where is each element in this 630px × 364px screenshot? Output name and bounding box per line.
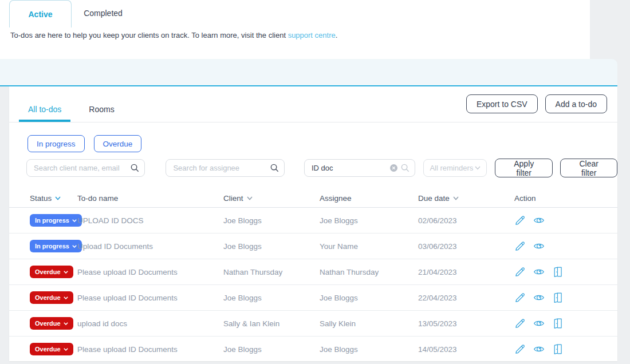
- todo-table: Status To-do name Client Assignee Due da…: [9, 189, 617, 361]
- status-filter-chips: In progress Overdue: [27, 135, 617, 152]
- action-cell: [514, 318, 617, 329]
- action-cell: [514, 343, 617, 355]
- chevron-down-icon: [72, 245, 77, 248]
- todo-name-cell: Please upload ID Documents: [77, 294, 223, 302]
- search-icon: [270, 163, 279, 173]
- subtitle-text: To-dos are here to help you keep your cl…: [10, 31, 288, 39]
- chevron-down-icon: [64, 296, 68, 299]
- edit-icon[interactable]: [514, 215, 526, 226]
- clear-filter-button[interactable]: Clear filter: [560, 159, 617, 177]
- todo-name-cell: Upload ID Documents: [77, 242, 223, 251]
- assignee-cell: Joe Bloggs: [320, 216, 418, 225]
- table-row: Overdue Please upload ID Documents Joe B…: [9, 285, 617, 311]
- todo-name-cell: Please upload ID Documents: [77, 268, 223, 276]
- room-icon[interactable]: [552, 292, 564, 303]
- room-icon[interactable]: [552, 266, 564, 278]
- client-cell: Joe Bloggs: [223, 216, 320, 225]
- action-cell: [514, 292, 617, 303]
- view-icon[interactable]: [533, 215, 545, 226]
- chevron-down-icon: [72, 219, 77, 222]
- overdue-chip[interactable]: Overdue: [94, 135, 142, 152]
- assignee-cell: Joe Bloggs: [320, 345, 418, 354]
- status-badge[interactable]: In progress: [30, 240, 82, 252]
- tab-completed[interactable]: Completed: [72, 0, 135, 26]
- edit-icon[interactable]: [514, 266, 526, 278]
- status-badge[interactable]: Overdue: [30, 317, 73, 330]
- sort-chevron-icon[interactable]: [453, 196, 459, 200]
- client-cell: Joe Bloggs: [223, 345, 320, 354]
- status-badge[interactable]: Overdue: [30, 266, 73, 278]
- column-header-due-date[interactable]: Due date: [418, 194, 514, 203]
- assignee-cell: Joe Bloggs: [320, 294, 418, 302]
- assignee-cell: Your Name: [320, 242, 418, 251]
- sort-chevron-icon[interactable]: [55, 196, 61, 200]
- todo-name-search-input[interactable]: [304, 159, 416, 177]
- view-icon[interactable]: [533, 240, 545, 252]
- tab-active[interactable]: Active: [9, 0, 72, 27]
- export-csv-button[interactable]: Export to CSV: [466, 94, 538, 113]
- edit-icon[interactable]: [514, 292, 526, 303]
- assignee-cell: Nathan Thursday: [320, 268, 418, 276]
- view-icon[interactable]: [533, 318, 545, 329]
- subtitle-period: .: [336, 31, 338, 39]
- client-cell: Sally & Ian Klein: [223, 319, 320, 328]
- in-progress-chip[interactable]: In progress: [27, 135, 85, 152]
- search-icon: [130, 163, 140, 173]
- table-row: In progress UPLOAD ID DOCS Joe Bloggs Jo…: [9, 208, 617, 234]
- tab-rooms[interactable]: Rooms: [80, 105, 123, 122]
- add-todo-button[interactable]: Add a to-do: [545, 94, 607, 113]
- status-badge[interactable]: Overdue: [30, 291, 73, 304]
- page-subtitle: To-dos are here to help you keep your cl…: [10, 31, 337, 39]
- status-badge[interactable]: In progress: [30, 214, 82, 227]
- edit-icon[interactable]: [514, 240, 526, 252]
- view-icon[interactable]: [533, 266, 545, 278]
- todo-name-cell: upload id docs: [77, 319, 223, 328]
- clear-icon[interactable]: [390, 164, 397, 172]
- support-centre-link[interactable]: support centre: [288, 31, 336, 39]
- edit-icon[interactable]: [514, 343, 526, 355]
- status-cell: Overdue: [30, 317, 77, 330]
- apply-filter-button[interactable]: Apply filter: [495, 159, 553, 177]
- action-cell: [514, 240, 617, 252]
- todo-name-cell: Please upload ID Documents: [77, 345, 223, 354]
- view-icon[interactable]: [533, 343, 545, 355]
- status-badge-label: In progress: [35, 243, 69, 250]
- filter-row: All reminders Apply filter Clear filter: [26, 159, 617, 177]
- status-badge[interactable]: Overdue: [30, 343, 73, 355]
- chevron-down-icon: [64, 271, 68, 274]
- status-badge-label: Overdue: [35, 294, 61, 301]
- client-search-input[interactable]: [26, 159, 145, 177]
- action-cell: [514, 266, 617, 278]
- chevron-down-icon: [475, 166, 481, 170]
- sort-chevron-icon[interactable]: [247, 196, 253, 200]
- status-cell: Overdue: [30, 266, 77, 278]
- chevron-down-icon: [64, 348, 68, 351]
- due-date-cell: 13/05/2023: [418, 319, 514, 328]
- todo-table-body: In progress UPLOAD ID DOCS Joe Bloggs Jo…: [9, 208, 617, 361]
- column-header-client[interactable]: Client: [223, 194, 320, 203]
- edit-icon[interactable]: [514, 318, 526, 329]
- action-cell: [514, 215, 617, 226]
- status-cell: Overdue: [30, 343, 77, 355]
- status-badge-label: Overdue: [35, 268, 61, 275]
- assignee-search-input[interactable]: [166, 159, 284, 177]
- column-header-status[interactable]: Status: [30, 194, 77, 203]
- column-header-assignee: Assignee: [320, 194, 418, 203]
- status-cell: In progress: [30, 240, 77, 252]
- table-row: Overdue Please upload ID Documents Natha…: [9, 259, 617, 285]
- todos-card: All to-dos Rooms Export to CSV Add a to-…: [9, 86, 617, 361]
- due-date-cell: 22/04/2023: [418, 294, 514, 302]
- table-row: In progress Upload ID Documents Joe Blog…: [9, 234, 617, 259]
- status-badge-label: Overdue: [35, 320, 61, 327]
- client-cell: Nathan Thursday: [223, 268, 320, 276]
- chevron-down-icon: [64, 322, 68, 325]
- room-icon[interactable]: [552, 343, 564, 355]
- reminders-select[interactable]: All reminders: [423, 159, 487, 177]
- tab-all-todos[interactable]: All to-dos: [19, 105, 70, 122]
- room-icon[interactable]: [552, 318, 564, 329]
- tab-strip: [0, 59, 617, 86]
- status-badge-label: In progress: [35, 217, 69, 224]
- status-cell: In progress: [30, 214, 77, 227]
- view-icon[interactable]: [533, 292, 545, 303]
- column-header-action: Action: [514, 194, 617, 203]
